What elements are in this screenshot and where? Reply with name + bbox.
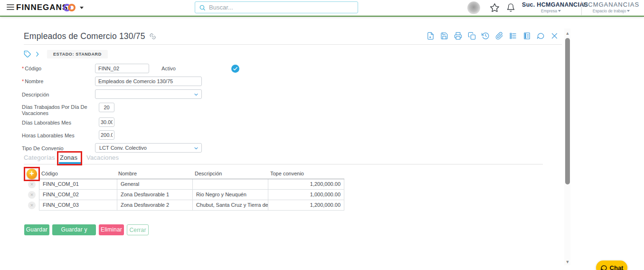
chat-button[interactable]: Chat bbox=[596, 260, 627, 270]
table-header-row: Código Nombre Descripción Tope convenio bbox=[24, 169, 344, 179]
descripcion-label: Descripción bbox=[22, 92, 94, 98]
activo-label: Activo bbox=[161, 66, 199, 72]
chevron-right-icon[interactable] bbox=[34, 51, 40, 58]
cell-tope[interactable]: 1,200,000.00 bbox=[268, 200, 344, 211]
top-header-bar: FINNEGANS Suc. HCMGANAN bbox=[0, 0, 644, 17]
cell-nombre[interactable]: General bbox=[117, 179, 193, 190]
required-asterisk: * bbox=[22, 78, 24, 84]
chevron-down-icon bbox=[193, 145, 199, 151]
page-title: Empleados de Comercio 130/75 bbox=[24, 31, 145, 41]
global-search[interactable] bbox=[195, 1, 358, 13]
cell-tope[interactable]: 1,200,000.00 bbox=[268, 179, 344, 190]
required-asterisk: * bbox=[22, 66, 24, 71]
codigo-label: *Código bbox=[22, 66, 94, 72]
workspace-name: HCMGANANCIAS bbox=[582, 1, 640, 9]
horas-laborables-label: Horas Laborables Mes bbox=[22, 133, 94, 139]
chevron-down-icon bbox=[193, 92, 199, 97]
title-divider bbox=[24, 44, 562, 45]
print-icon[interactable] bbox=[454, 31, 462, 40]
delete-row-button[interactable]: ✕ bbox=[28, 181, 36, 188]
cell-codigo[interactable]: FINN_COM_01 bbox=[39, 179, 117, 190]
nombre-label: *Nombre bbox=[22, 78, 94, 85]
journal-report-icon[interactable] bbox=[522, 31, 531, 40]
cell-nombre[interactable]: Zona Desfavorable 2 bbox=[117, 200, 193, 211]
cell-codigo[interactable]: FINN_COM_03 bbox=[39, 200, 117, 211]
company-type-label: Empresa bbox=[522, 9, 580, 14]
save-button[interactable]: Guardar bbox=[24, 224, 49, 235]
delete-row-button[interactable]: ✕ bbox=[28, 191, 36, 199]
delete-button[interactable]: Eliminar bbox=[99, 224, 124, 235]
table-row: ✕ FINN_COM_03 Zona Desfavorable 2 Chubut… bbox=[24, 200, 344, 211]
add-row-button[interactable]: + bbox=[27, 169, 37, 179]
close-button[interactable]: Cerrar bbox=[127, 224, 149, 235]
header-divider bbox=[581, 1, 582, 15]
column-header-codigo: Código bbox=[41, 171, 58, 176]
tab-vacaciones[interactable]: Vacaciones bbox=[86, 154, 119, 161]
hamburger-menu-icon[interactable] bbox=[7, 4, 14, 11]
cell-descripcion[interactable] bbox=[193, 179, 268, 190]
tabs-divider bbox=[24, 164, 543, 164]
dias-trabajados-label: Días Trabajados Por Día De Vacaciones bbox=[22, 104, 94, 116]
chat-bubble-icon bbox=[600, 264, 607, 270]
notifications-bell-icon[interactable] bbox=[506, 3, 515, 12]
brand-logo-text[interactable]: FINNEGANS bbox=[16, 3, 68, 12]
tag-icon[interactable] bbox=[24, 50, 31, 58]
chevron-down-icon bbox=[627, 10, 630, 12]
cell-tope[interactable]: 1,000,000.00 bbox=[268, 190, 344, 200]
cell-codigo[interactable]: FINN_COM_02 bbox=[39, 190, 117, 200]
column-header-nombre: Nombre bbox=[118, 171, 137, 176]
chat-label: Chat bbox=[610, 264, 624, 270]
favorites-star-icon[interactable] bbox=[490, 3, 500, 13]
search-icon bbox=[199, 4, 206, 11]
comments-icon[interactable] bbox=[536, 31, 545, 40]
record-toolbar bbox=[426, 31, 559, 40]
table-row: ✕ FINN_COM_01 General 1,200,000.00 bbox=[24, 179, 344, 190]
delete-row-button[interactable]: ✕ bbox=[28, 202, 36, 209]
tab-zonas[interactable]: Zonas bbox=[60, 154, 77, 161]
scroll-down-arrow[interactable]: ▼ bbox=[565, 260, 570, 264]
company-name: Suc. HCMGANANCIAS bbox=[522, 1, 580, 9]
copy-icon[interactable] bbox=[467, 31, 476, 40]
codigo-input[interactable] bbox=[95, 64, 149, 73]
tipo-convenio-label: Tipo De Convenio bbox=[22, 145, 94, 152]
cell-nombre[interactable]: Zona Desfavorable 1 bbox=[117, 190, 193, 200]
table-row: ✕ FINN_COM_02 Zona Desfavorable 1 Rio Ne… bbox=[24, 190, 344, 200]
app-window: FINNEGANS Suc. HCMGANAN bbox=[0, 0, 644, 270]
scroll-up-arrow[interactable]: ▲ bbox=[565, 31, 570, 35]
dias-trabajados-input[interactable] bbox=[99, 103, 114, 112]
tipo-convenio-select[interactable]: LCT Conv. Colectivo bbox=[95, 143, 202, 153]
link-icon[interactable] bbox=[149, 33, 156, 40]
activo-checkbox[interactable] bbox=[231, 65, 239, 73]
workspace-selector[interactable]: HCMGANANCIAS Espacio de trabajo bbox=[582, 1, 640, 14]
workspace-type-label: Espacio de trabajo bbox=[582, 9, 640, 14]
vertical-scrollbar-thumb[interactable] bbox=[565, 38, 570, 184]
brand-dropdown-caret-icon[interactable] bbox=[80, 7, 84, 9]
dias-laborables-input[interactable] bbox=[99, 117, 114, 127]
horas-laborables-input[interactable] bbox=[99, 130, 114, 140]
tab-categorias[interactable]: Categorías bbox=[24, 154, 55, 161]
save-and-new-button[interactable]: Guardar y nuevo bbox=[52, 224, 96, 235]
nombre-input[interactable] bbox=[95, 77, 202, 86]
checklist-icon[interactable] bbox=[509, 31, 517, 40]
search-input[interactable] bbox=[209, 4, 354, 11]
cell-descripcion[interactable]: Chubut, Santa Cruz y Tierra del ... bbox=[193, 200, 268, 211]
column-header-tope: Tope convenio bbox=[270, 171, 304, 176]
save-icon[interactable] bbox=[440, 31, 448, 40]
new-record-icon[interactable] bbox=[426, 31, 435, 40]
chevron-down-icon bbox=[558, 10, 561, 12]
attachment-paperclip-icon[interactable] bbox=[495, 31, 503, 40]
column-header-descripcion: Descripción bbox=[195, 171, 222, 176]
status-badge: ESTADO: STANDARD bbox=[47, 50, 108, 58]
history-icon[interactable] bbox=[481, 31, 490, 40]
dias-laborables-label: Días Laborables Mes bbox=[22, 120, 94, 126]
user-avatar[interactable] bbox=[467, 1, 480, 14]
cell-descripcion[interactable]: Rio Negro y Neuquén bbox=[193, 190, 268, 200]
descripcion-select[interactable] bbox=[95, 89, 202, 99]
close-icon[interactable] bbox=[550, 31, 559, 40]
company-selector[interactable]: Suc. HCMGANANCIAS Empresa bbox=[522, 1, 580, 14]
zonas-table: Código Nombre Descripción Tope convenio … bbox=[24, 169, 344, 211]
brand-infinity-logo-icon bbox=[63, 4, 76, 12]
